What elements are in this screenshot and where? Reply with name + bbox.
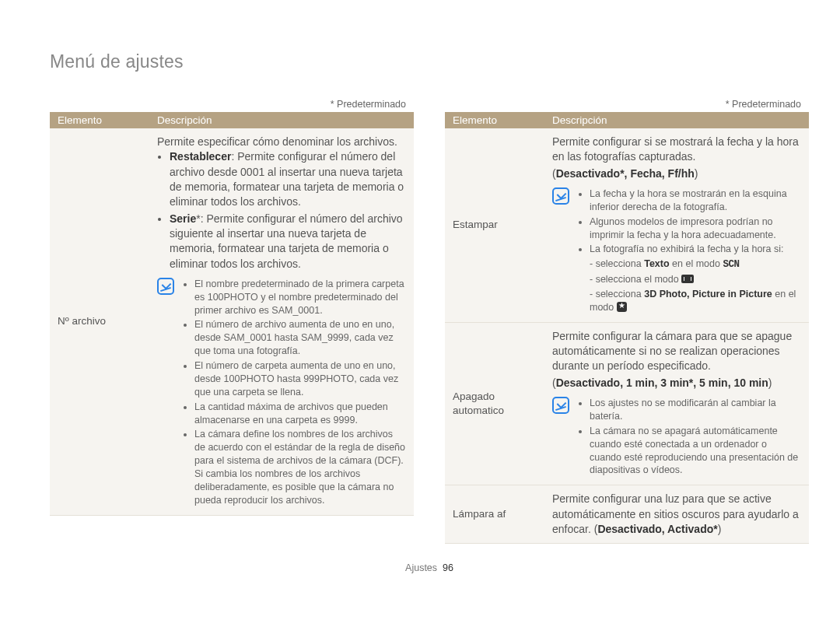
table-row: Apagado automatico Permite configurar la…	[445, 322, 809, 485]
list-item: Serie*: Permite configurar el número del…	[170, 212, 406, 271]
options-post: )	[695, 167, 698, 180]
row-element: Apagado automatico	[445, 322, 544, 485]
options-text: Desactivado, Activado*	[597, 523, 717, 535]
note-box: La fecha y la hora se mostrarán en la es…	[552, 187, 801, 316]
magic-mode-icon	[617, 302, 627, 312]
row-desc: Permite especificar cómo denominar los a…	[149, 128, 414, 515]
sub-bold: Texto	[644, 258, 669, 269]
table-row: Estampar Permite configurar si se mostra…	[445, 128, 809, 322]
th-desc: Descripción	[149, 112, 414, 128]
right-column: * Predeterminado Elemento Descripción Es…	[445, 99, 809, 544]
sub-pre: selecciona	[596, 258, 645, 269]
options-text: Desactivado, 1 min, 3 min*, 5 min, 10 mi…	[556, 377, 768, 389]
note-item: Los ajustes no se modificarán al cambiar…	[590, 397, 801, 423]
sub-item: selecciona Texto en el modo SCN	[590, 257, 801, 271]
note-item: El número de archivo aumenta de uno en u…	[194, 318, 406, 358]
footer-page-number: 96	[443, 562, 453, 573]
note-item: La fecha y la hora se mostrarán en la es…	[590, 187, 801, 214]
note-item: La fotografía no exhibirá la fecha y la …	[590, 243, 801, 313]
options-post: )	[718, 523, 722, 535]
note-item: La cámara no se apagará automáticamente …	[590, 425, 801, 478]
note-icon	[157, 278, 174, 295]
sub-item: selecciona 3D Photo, Picture in Picture …	[590, 288, 801, 314]
lead-text: Permite configurar si se mostrará la fec…	[552, 135, 801, 165]
bullet-label: Serie	[170, 212, 196, 225]
th-element: Elemento	[50, 112, 149, 128]
lead-text: Permite especificar cómo denominar los a…	[157, 135, 406, 149]
list-item: Restablecer: Permite configurar el númer…	[170, 149, 406, 209]
bullet-text: : Permite configurar el número del archi…	[170, 212, 403, 270]
note-box: Los ajustes no se modificarán al cambiar…	[552, 397, 801, 478]
note-box: El nombre predeterminado de la primera c…	[157, 278, 406, 509]
row-desc: Permite configurar una luz para que se a…	[544, 485, 809, 544]
note-icon	[552, 187, 569, 205]
sub-post: en el modo	[670, 258, 723, 269]
left-column: * Predeterminado Elemento Descripción Nº…	[50, 99, 414, 544]
options-post: )	[768, 377, 772, 389]
table-row: Lámpara af Permite configurar una luz pa…	[445, 485, 809, 544]
note-item-text: La fotografía no exhibirá la fecha y la …	[590, 243, 783, 254]
sub-pre: selecciona	[596, 289, 645, 299]
footer-section: Ajustes	[405, 562, 437, 573]
row-desc: Permite configurar la cámara para que se…	[544, 322, 809, 485]
th-desc: Descripción	[544, 112, 809, 128]
page-title: Menú de ajustes	[50, 51, 809, 72]
bullet-label: Restablecer	[170, 150, 231, 163]
left-table: Elemento Descripción Nº archivo Permite …	[50, 112, 414, 516]
table-row: Nº archivo Permite especificar cómo deno…	[50, 128, 414, 515]
scn-mode-icon: SCN	[723, 259, 739, 270]
sub-item: selecciona el modo	[590, 273, 801, 286]
row-desc: Permite configurar si se mostrará la fec…	[544, 128, 809, 322]
th-element: Elemento	[445, 112, 544, 128]
sub-pre: selecciona el modo	[596, 274, 681, 285]
row-element: Lámpara af	[445, 485, 544, 544]
note-item: La cámara define los nombres de los arch…	[194, 428, 406, 506]
default-note-right: * Predeterminado	[445, 99, 801, 110]
sub-bold: 3D Photo, Picture in Picture	[644, 289, 772, 299]
note-item: La cantidad máxima de archivos que puede…	[194, 401, 406, 427]
note-item: Algunos modelos de impresora podrían no …	[590, 215, 801, 242]
note-item: El nombre predeterminado de la primera c…	[194, 278, 406, 317]
note-icon	[552, 397, 569, 414]
row-element: Estampar	[445, 128, 544, 322]
lead-text: Permite configurar la cámara para que se…	[552, 329, 801, 374]
right-table: Elemento Descripción Estampar Permite co…	[445, 112, 809, 544]
default-note-left: * Predeterminado	[50, 99, 406, 110]
page-footer: Ajustes 96	[50, 562, 809, 573]
options-text: Desactivado*, Fecha, Ff/hh	[556, 167, 695, 180]
dual-mode-icon	[681, 275, 694, 283]
row-element: Nº archivo	[50, 128, 149, 515]
note-item: El número de carpeta aumenta de uno en u…	[194, 359, 406, 399]
